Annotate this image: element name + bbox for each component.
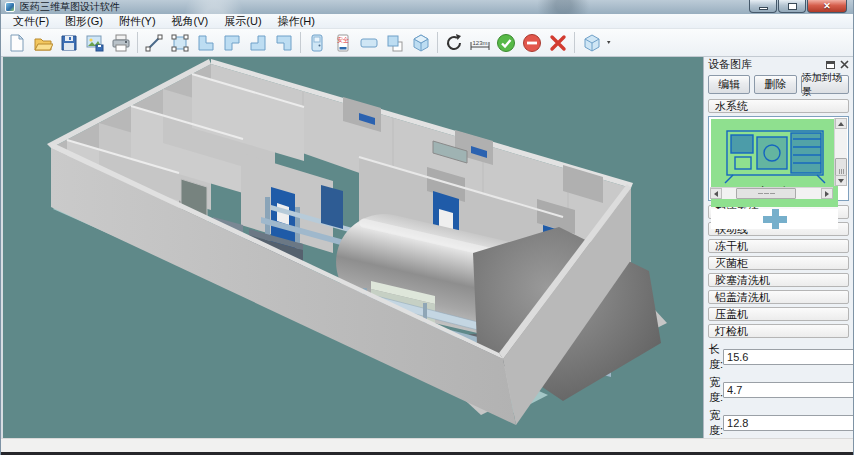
toolbar-separator bbox=[137, 32, 138, 53]
new-file-button[interactable] bbox=[4, 31, 30, 55]
window-tool-button[interactable] bbox=[356, 31, 382, 55]
scroll-up-button[interactable] bbox=[835, 118, 847, 129]
scroll-right-button[interactable] bbox=[821, 188, 833, 199]
menu-attachments[interactable]: 附件(Y) bbox=[111, 14, 164, 29]
delete-button[interactable]: 删除 bbox=[754, 75, 796, 94]
corner-wall-tool-2-button[interactable] bbox=[219, 31, 245, 55]
section-water-system[interactable]: 水系统 bbox=[708, 99, 849, 113]
library-horizontal-scrollbar[interactable] bbox=[710, 187, 833, 199]
cube-tool-icon bbox=[411, 33, 431, 53]
safety-exit-sign-icon: 安全 bbox=[333, 33, 353, 53]
width-field-row: 宽度: bbox=[709, 375, 848, 405]
width2-input[interactable] bbox=[723, 415, 853, 431]
measure-icon: 123m bbox=[469, 33, 491, 53]
add-to-scene-button[interactable]: 添加到场景 bbox=[801, 75, 849, 94]
menu-operations[interactable]: 操作(H) bbox=[270, 14, 323, 29]
horizontal-scroll-thumb[interactable] bbox=[736, 188, 796, 199]
width2-label: 宽度: bbox=[709, 408, 723, 438]
minimize-button[interactable] bbox=[749, 0, 777, 13]
print-button[interactable] bbox=[108, 31, 134, 55]
line-tool-icon bbox=[144, 33, 164, 53]
menu-display[interactable]: 展示(U) bbox=[216, 14, 269, 29]
viewport-3d-scene bbox=[3, 57, 703, 438]
delete-button-toolbar[interactable] bbox=[545, 31, 571, 55]
overlap-shapes-tool-button[interactable] bbox=[382, 31, 408, 55]
measure-tool-button[interactable]: 123m bbox=[467, 31, 493, 55]
maximize-button[interactable] bbox=[778, 0, 806, 13]
confirm-button[interactable] bbox=[493, 31, 519, 55]
section-freeze-dryer[interactable]: 冻干机 bbox=[708, 239, 849, 253]
door-tool-icon bbox=[307, 33, 327, 53]
titlebar[interactable]: 医药三维草图设计软件 ✕ bbox=[1, 0, 853, 14]
corner-wall-tool-3-icon bbox=[248, 33, 268, 53]
minimize-icon bbox=[759, 7, 768, 10]
viewport-3d[interactable] bbox=[1, 57, 703, 438]
length-input[interactable] bbox=[723, 349, 853, 365]
application-window: 医药三维草图设计软件 ✕ 文件(F) 图形(G) 附件(Y) 视角(V) 展示(… bbox=[0, 0, 854, 455]
section-sterilizer-cabinet[interactable]: 灭菌柜 bbox=[708, 256, 849, 270]
library-vertical-scrollbar[interactable] bbox=[834, 118, 847, 186]
view-cube-dropdown-button[interactable] bbox=[578, 31, 616, 55]
edit-button[interactable]: 编辑 bbox=[708, 75, 750, 94]
delete-x-icon bbox=[548, 33, 568, 53]
width-label: 宽度: bbox=[709, 375, 723, 405]
equipment-library-panel: 设备图库 编辑 删除 添加到场景 水系统 bbox=[703, 57, 853, 438]
toolbar-separator bbox=[574, 32, 575, 53]
polygon-tool-button[interactable] bbox=[167, 31, 193, 55]
panel-title: 设备图库 bbox=[708, 57, 752, 72]
rotate-tool-button[interactable] bbox=[441, 31, 467, 55]
print-icon bbox=[111, 33, 131, 53]
safety-exit-tool-button[interactable]: 安全 bbox=[330, 31, 356, 55]
cube-tool-button[interactable] bbox=[408, 31, 434, 55]
open-button[interactable] bbox=[30, 31, 56, 55]
section-capping-machine[interactable]: 压盖机 bbox=[708, 307, 849, 321]
library-add-item[interactable] bbox=[711, 209, 838, 229]
corner-wall-tool-4-icon bbox=[274, 33, 294, 53]
new-file-icon bbox=[7, 33, 27, 53]
section-cap-washer[interactable]: 铝盖清洗机 bbox=[708, 290, 849, 304]
overlap-shapes-icon bbox=[385, 33, 405, 53]
safety-sign-text: 安全 bbox=[337, 36, 349, 43]
toolbar-separator bbox=[300, 32, 301, 53]
remove-button[interactable] bbox=[519, 31, 545, 55]
export-image-icon bbox=[85, 33, 105, 53]
machine-cabinet-blue bbox=[321, 185, 343, 229]
panel-float-icon[interactable] bbox=[826, 61, 835, 69]
menubar: 文件(F) 图形(G) 附件(Y) 视角(V) 展示(U) 操作(H) bbox=[1, 14, 853, 29]
statusbar bbox=[1, 438, 853, 452]
export-image-button[interactable] bbox=[82, 31, 108, 55]
close-icon: ✕ bbox=[823, 2, 831, 11]
chevron-down-icon bbox=[607, 41, 611, 44]
width2-field-row: 宽度: bbox=[709, 408, 848, 438]
scroll-down-button[interactable] bbox=[835, 175, 847, 186]
scroll-left-button[interactable] bbox=[710, 188, 722, 199]
save-icon bbox=[59, 33, 79, 53]
open-folder-icon bbox=[33, 33, 53, 53]
menu-file[interactable]: 文件(F) bbox=[5, 14, 57, 29]
menu-graphics[interactable]: 图形(G) bbox=[57, 14, 111, 29]
door-tool-button[interactable] bbox=[304, 31, 330, 55]
app-icon bbox=[5, 2, 15, 12]
corner-wall-tool-2-icon bbox=[222, 33, 242, 53]
save-button[interactable] bbox=[56, 31, 82, 55]
length-label: 长度: bbox=[709, 342, 723, 372]
toolbar-separator bbox=[437, 32, 438, 53]
window-tool-icon bbox=[359, 33, 379, 53]
corner-wall-tool-4-button[interactable] bbox=[271, 31, 297, 55]
width-input[interactable] bbox=[723, 382, 853, 398]
library-list: 冻干机 bbox=[708, 116, 849, 201]
line-tool-button[interactable] bbox=[141, 31, 167, 55]
section-stopper-washer[interactable]: 胶塞清洗机 bbox=[708, 273, 849, 287]
add-plus-icon bbox=[763, 209, 787, 229]
close-button[interactable]: ✕ bbox=[807, 0, 847, 13]
corner-wall-tool-1-icon bbox=[196, 33, 216, 53]
length-field-row: 长度: bbox=[709, 342, 848, 372]
toolbar: 安全 123m bbox=[1, 29, 853, 57]
menu-view-angle[interactable]: 视角(V) bbox=[164, 14, 217, 29]
section-light-inspector[interactable]: 灯检机 bbox=[708, 324, 849, 338]
panel-close-icon[interactable] bbox=[840, 60, 849, 69]
corner-wall-tool-1-button[interactable] bbox=[193, 31, 219, 55]
measure-label: 123m bbox=[472, 40, 487, 46]
corner-wall-tool-3-button[interactable] bbox=[245, 31, 271, 55]
polygon-tool-icon bbox=[170, 33, 190, 53]
